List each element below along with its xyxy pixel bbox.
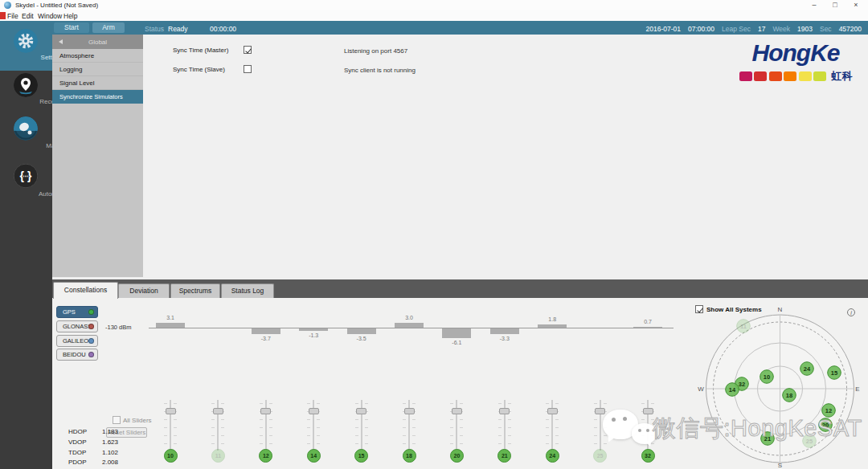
signal-level-value: -3.3 — [490, 336, 519, 341]
bottom-tab-strip: Constellations Deviation Spectrums Statu… — [52, 279, 868, 298]
slider-handle[interactable] — [404, 408, 415, 414]
slider-handle[interactable] — [643, 408, 653, 414]
signal-level-value: 3.0 — [395, 315, 424, 320]
constellation-button-beidou[interactable]: BEIDOU — [56, 349, 98, 361]
automate-braces-icon: { } — [14, 164, 38, 188]
tab-constellations[interactable]: Constellations — [53, 282, 118, 299]
slider-handle[interactable] — [356, 408, 366, 414]
nav-item-synchronize-simulators[interactable]: Synchronize Simulators — [52, 90, 143, 104]
slider-tick — [403, 419, 406, 420]
arm-button[interactable]: Arm — [92, 22, 125, 33]
menu-file[interactable]: File — [7, 12, 18, 20]
show-all-systems-checkbox[interactable] — [695, 305, 703, 313]
receiver-pin-icon — [14, 73, 38, 97]
constellation-button-glonass[interactable]: GLONASS — [56, 320, 98, 332]
slider-tick — [307, 427, 310, 428]
tab-status-log[interactable]: Status Log — [221, 283, 274, 299]
sync-master-status: Listening on port 4567 — [344, 47, 407, 55]
slider-tick — [555, 419, 559, 420]
menu-help[interactable]: Help — [63, 12, 77, 20]
satellite-badge: 25 — [593, 449, 607, 463]
constellation-button-gps[interactable]: GPS — [56, 306, 98, 318]
sidebar-item-automate[interactable]: { } Automate — [0, 160, 52, 202]
signal-level-bar — [633, 327, 662, 328]
start-button[interactable]: Start — [54, 22, 89, 33]
sec-value: 457200 — [839, 25, 862, 33]
slider-tick — [174, 403, 177, 404]
slider-tick — [412, 443, 416, 444]
sync-master-checkbox[interactable] — [244, 46, 252, 54]
hongke-logo-cn: 虹科 — [832, 69, 853, 84]
slider-tick — [604, 403, 607, 404]
compass-east: E — [855, 385, 859, 393]
satellite-badge: 15 — [354, 449, 368, 463]
close-icon[interactable]: × — [847, 0, 865, 10]
hongke-logo-text: HongKe — [727, 40, 864, 66]
slider-tick — [594, 443, 597, 444]
wechat-eye-icon — [646, 429, 649, 432]
hongke-logo-squares: 虹科 — [727, 69, 864, 84]
slider-tick — [641, 403, 645, 404]
slider-tick — [211, 435, 215, 436]
status-label: Status — [145, 25, 164, 33]
sync-slave-checkbox[interactable] — [244, 65, 252, 73]
signal-level-bar — [442, 328, 471, 338]
slider-tick — [460, 403, 463, 404]
info-icon[interactable]: i — [847, 308, 855, 316]
minimize-icon[interactable]: – — [805, 0, 823, 10]
slider-tick — [498, 419, 502, 420]
svg-text:14: 14 — [729, 386, 736, 394]
slider-handle[interactable] — [547, 408, 558, 414]
maximize-icon[interactable]: □ — [826, 0, 844, 10]
all-sliders-label: All Sliders — [123, 417, 152, 424]
slider-tick — [508, 427, 511, 428]
constellation-button-galileo[interactable]: GALILEO — [56, 335, 98, 347]
all-sliders-checkbox[interactable] — [113, 416, 121, 424]
settings-nav-header[interactable]: Global — [52, 35, 143, 49]
slider-handle[interactable] — [499, 408, 510, 414]
sidebar-item-map[interactable]: Map — [0, 113, 52, 153]
sidebar-item-settings[interactable]: Settings — [0, 35, 52, 71]
slider-tick — [594, 419, 597, 420]
svg-text:11: 11 — [740, 323, 747, 330]
slider-handle[interactable] — [595, 408, 605, 414]
sync-slave-label: Sync Time (Slave) — [173, 66, 225, 73]
slider-tick — [221, 403, 224, 404]
compass-north: N — [778, 306, 783, 313]
menu-window[interactable]: Window — [38, 12, 62, 20]
slider-tick — [546, 435, 549, 436]
slider-tick — [555, 403, 559, 404]
tab-deviation[interactable]: Deviation — [118, 283, 170, 299]
slider-tick — [269, 435, 272, 436]
wechat-eye-icon — [638, 429, 641, 432]
tab-spectrums[interactable]: Spectrums — [170, 283, 220, 299]
nav-item-logging[interactable]: Logging — [52, 63, 143, 76]
svg-text:18: 18 — [786, 392, 792, 399]
slider-handle[interactable] — [166, 408, 176, 414]
window-title: Skydel - Untitled (Not Saved) — [15, 2, 98, 9]
slider-handle[interactable] — [309, 408, 319, 414]
slider-handle[interactable] — [452, 408, 462, 414]
svg-text:24: 24 — [804, 365, 811, 373]
slider-tick — [412, 435, 416, 436]
slider-handle[interactable] — [213, 408, 223, 414]
satellite-marker: 10 — [760, 370, 774, 384]
signal-level-bar — [156, 323, 185, 328]
slider-tick — [221, 427, 224, 428]
sec-label: Sec — [820, 25, 832, 33]
slider-tick — [164, 443, 167, 444]
slider-tick — [450, 435, 453, 436]
slider-tick — [164, 419, 167, 420]
toolbar-time-group: 2016-07-01 07:00:00 Leap Sec 17 Week 190… — [646, 25, 862, 33]
svg-text:10: 10 — [764, 373, 770, 381]
menu-edit[interactable]: Edit — [22, 12, 34, 20]
main-toolbar: Start Arm Status Ready 00:00:00 2016-07-… — [0, 21, 868, 35]
sidebar-item-receiver[interactable]: Receiver — [0, 69, 52, 109]
nav-item-atmosphere[interactable]: Atmosphere — [52, 49, 143, 63]
slider-tick — [450, 443, 453, 444]
signal-level-value: -6.1 — [442, 340, 471, 345]
slider-handle[interactable] — [260, 408, 271, 414]
slider-tick — [365, 443, 368, 444]
nav-item-signal-level[interactable]: Signal Level — [52, 76, 143, 90]
svg-text:15: 15 — [831, 369, 837, 377]
